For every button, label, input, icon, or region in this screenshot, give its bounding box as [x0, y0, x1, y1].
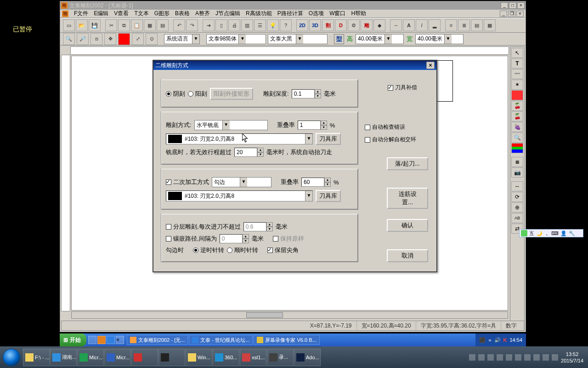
xp-task-1[interactable]: 文泰雕刻2002 - [无... — [127, 335, 188, 345]
minimize-button[interactable]: _ — [501, 2, 508, 9]
cut-icon[interactable]: ✂ — [105, 19, 117, 31]
tool-lib1-button[interactable]: 刀具库 — [316, 133, 341, 145]
second-pass-check[interactable]: 二次加工方式 — [166, 178, 209, 186]
size-mode-button[interactable]: 型 — [334, 34, 344, 44]
zoom-in-icon[interactable]: 🔍 — [63, 33, 75, 45]
align3-icon[interactable]: ▤ — [471, 19, 483, 31]
copy-icon[interactable]: ⧉ — [118, 19, 130, 31]
mini-grid-icon[interactable]: ▦ — [511, 157, 523, 167]
ime-settings-icon[interactable]: 🔧 — [569, 230, 575, 236]
cut-mode-button[interactable]: 割 — [322, 19, 334, 31]
tray-icon-3[interactable]: 🔊 — [494, 337, 501, 343]
tray7-icon-5[interactable] — [506, 354, 512, 361]
tool2-combo[interactable]: #103: 刃宽2.0,刃高8 ▼ — [166, 190, 313, 201]
dialog-title-bar[interactable]: 二维雕刻方式 × — [153, 61, 436, 70]
second-combo[interactable]: 勾边▼ — [212, 177, 271, 187]
inlay-spinner[interactable]: ▲▼ — [220, 234, 249, 243]
ime-user-icon[interactable]: 👤 — [560, 230, 567, 236]
pin-red[interactable] — [131, 349, 158, 366]
tray7-icon-6[interactable] — [515, 354, 521, 361]
cw-radio[interactable]: 顺时针转 — [227, 246, 258, 254]
overlap2-spinner[interactable]: ▲▼ — [301, 178, 331, 187]
italic-icon[interactable]: I — [416, 19, 428, 31]
save-icon[interactable]: 💾 — [89, 19, 101, 31]
auto-check-check[interactable]: 自动检查错误 — [365, 123, 416, 131]
menu-text[interactable]: T文本 — [134, 10, 148, 17]
ql-icon-2[interactable] — [97, 336, 106, 344]
menu-option[interactable]: O选项 — [309, 10, 324, 17]
travel-spinner[interactable]: ▲▼ — [234, 148, 264, 157]
baseline-icon[interactable]: ▂ — [429, 19, 441, 31]
pin-ps[interactable]: Ado... — [294, 349, 321, 366]
menu-file[interactable]: F文件 — [74, 10, 88, 17]
pin-xsl[interactable]: xsl1... — [240, 349, 266, 366]
ab-tool-icon[interactable]: AB — [511, 213, 523, 223]
tool-carve-icon[interactable]: ◆ — [373, 19, 385, 31]
pin-word[interactable]: Micr... — [104, 349, 131, 366]
pin-explorer[interactable]: F:\ - ... — [23, 349, 50, 366]
menu-window[interactable]: W窗口 — [329, 10, 345, 17]
ime-moon-icon[interactable]: 🌙 — [536, 230, 543, 236]
bridge-button[interactable]: 连筋设置... — [387, 188, 428, 209]
align4-icon[interactable]: ▦ — [484, 19, 496, 31]
menu-edit[interactable]: E编辑 — [94, 10, 108, 17]
ql-icon-3[interactable] — [107, 336, 115, 344]
tool-lib2-button[interactable]: 刀具库 — [316, 190, 341, 202]
start-orb-button[interactable] — [3, 349, 20, 366]
page-icon[interactable]: ▯ — [215, 19, 227, 31]
redo-icon[interactable]: ↷ — [186, 19, 198, 31]
tray7-icon-2[interactable] — [478, 354, 485, 361]
cherry2-icon[interactable]: 🍒 — [511, 111, 523, 121]
3d-button[interactable]: 3D — [309, 19, 321, 31]
yang-radio[interactable]: 阳刻 — [188, 90, 207, 98]
scale-tool-icon[interactable]: ↔ — [511, 181, 523, 191]
method-combo[interactable]: 水平铣底▼ — [194, 120, 268, 130]
xp-start-button[interactable]: ⊞ 开始 — [60, 334, 86, 346]
depth-spinner[interactable]: ▲▼ — [292, 89, 321, 98]
auto-split-check[interactable]: 自动分解自相交环 — [365, 136, 416, 144]
ccw-radio[interactable]: 逆时针转 — [193, 246, 224, 254]
layer-check[interactable]: 分层雕刻,每次进刀不超过 — [166, 223, 241, 231]
node-tool-icon[interactable]: ✶ — [511, 80, 523, 90]
search-tool-icon[interactable]: 🔍 — [511, 132, 523, 143]
win7-clock[interactable]: 13:52 2015/7/14 — [561, 351, 583, 364]
text-a-icon[interactable]: A — [403, 19, 415, 31]
tray7-icon-8[interactable] — [533, 354, 540, 361]
cherry1-icon[interactable]: 🍒 — [511, 101, 523, 111]
menu-help[interactable]: H帮助 — [351, 10, 366, 17]
mdi-minimize-button[interactable]: _ — [500, 11, 507, 17]
measure-icon[interactable]: ↔ — [390, 19, 402, 31]
tray7-volume-icon[interactable] — [552, 354, 558, 361]
mdi-close-button[interactable]: × — [516, 11, 524, 17]
pin-ie[interactable]: 湖南... — [50, 349, 77, 366]
outer-rect-button[interactable]: 阳刻外接矩形 — [210, 88, 253, 100]
help-icon[interactable]: ? — [280, 19, 292, 31]
cancel-button[interactable]: 取消 — [387, 249, 428, 262]
color-grid-icon[interactable] — [511, 143, 523, 153]
pin-folder[interactable]: Win... — [186, 349, 212, 366]
tool-comp-check[interactable]: 刀具补偿 — [388, 84, 417, 92]
scrollbar-horizontal[interactable] — [71, 311, 508, 319]
pin-360[interactable]: 360... — [213, 349, 239, 366]
ime-toolbar[interactable]: 五 🌙 ， ⌨ 👤 🔧 — [519, 229, 583, 237]
close-button[interactable]: × — [517, 2, 525, 9]
menu-table[interactable]: B表格 — [175, 10, 190, 17]
pan-icon[interactable]: ✥ — [104, 33, 116, 45]
layer-spinner[interactable]: ▲▼ — [243, 222, 273, 231]
menu-graphic[interactable]: G图形 — [154, 10, 170, 17]
layer-icon[interactable]: ☰ — [254, 19, 266, 31]
drop-lift-button[interactable]: 落/起刀... — [387, 157, 428, 170]
text-tool-icon[interactable]: T — [511, 58, 523, 69]
open-icon[interactable]: 📂 — [76, 19, 88, 31]
refresh-icon[interactable]: ⟳ — [511, 192, 523, 202]
tray7-icon-4[interactable] — [497, 354, 503, 361]
language-combo[interactable]: 系统语言▼ — [164, 34, 200, 44]
align1-icon[interactable]: ≡ — [445, 19, 457, 31]
menu-node[interactable]: J节点编辑 — [215, 10, 240, 17]
zoom-actual-icon[interactable]: ⊙ — [146, 33, 158, 45]
zoom-region-icon[interactable]: ⧈ — [90, 33, 102, 45]
align2-icon[interactable]: ≣ — [458, 19, 470, 31]
tray7-icon-7[interactable] — [524, 354, 531, 361]
font1-combo[interactable]: 文泰98简体▼ — [206, 34, 266, 44]
xp-task-3[interactable]: 屏幕录像专家 V6.0 B... — [254, 335, 319, 345]
